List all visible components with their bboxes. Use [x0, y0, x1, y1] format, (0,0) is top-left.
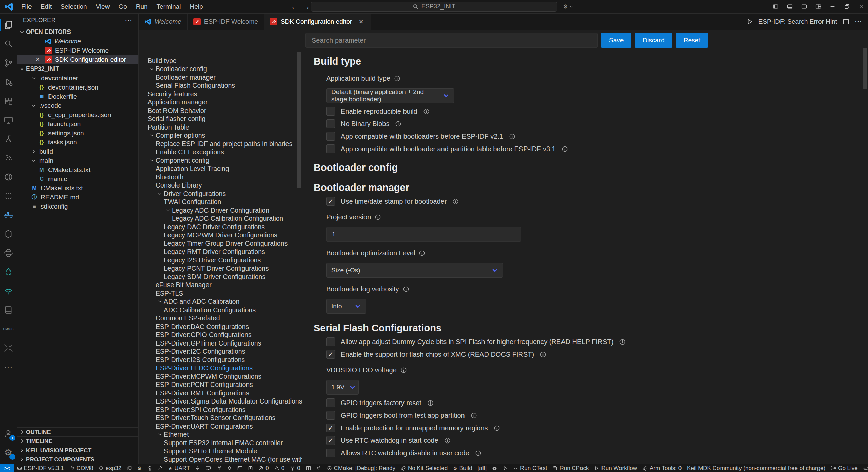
espressif-idf-icon[interactable] [0, 149, 17, 168]
file-tree-item[interactable]: {}devcontainer.json [17, 83, 138, 92]
config-tree-item[interactable]: ESP-Driver:GPTimer Configurations [139, 339, 302, 348]
file-tree-item[interactable]: ≋Dockerfile [17, 92, 138, 101]
command-center-extra[interactable]: ⚙ [563, 4, 574, 9]
serial-port[interactable]: COM8 [67, 464, 96, 472]
droplet-icon[interactable] [0, 262, 17, 281]
tree-scrollbar[interactable] [297, 52, 301, 188]
checkbox[interactable] [326, 411, 335, 420]
info-icon[interactable] [419, 250, 425, 256]
file-tree-item[interactable]: {}c_cpp_properties.json [17, 110, 138, 119]
flash-method[interactable]: ★UART [165, 464, 193, 472]
cmsis-icon[interactable]: CMSIS [0, 319, 17, 338]
config-tree-item[interactable]: ESP-Driver:RMT Configurations [139, 389, 302, 397]
checkbox[interactable] [326, 337, 335, 346]
config-tree-item[interactable]: Legacy Timer Group Driver Configurations [139, 239, 302, 248]
config-tree-item[interactable]: Legacy ADC Calibration Configuration [139, 215, 302, 223]
config-tree-item[interactable]: ESP-Driver:SPI Configurations [139, 406, 302, 414]
config-tree-item[interactable]: ESP-Driver:I2S Configurations [139, 356, 302, 364]
run-cpack[interactable]: Run CPack [550, 464, 591, 472]
sidebar-section-timeline[interactable]: TIMELINE [17, 436, 138, 446]
gamepad-icon[interactable] [861, 464, 868, 472]
file-tree-item[interactable]: {}settings.json [17, 129, 138, 138]
go-live[interactable]: Go Live [828, 464, 861, 472]
open-editors-header[interactable]: OPEN EDITORS [17, 27, 138, 37]
checkbox[interactable]: ✓ [326, 424, 335, 432]
config-tree-item[interactable]: ESP-Driver:UART Configurations [139, 422, 302, 431]
menu-view[interactable]: View [92, 1, 114, 12]
config-tree-item[interactable]: Support ESP32 internal EMAC controller [139, 439, 302, 447]
file-tree-item[interactable]: MCMakeLists.txt [17, 183, 138, 193]
info-icon[interactable] [494, 425, 500, 431]
reset-button[interactable]: Reset [676, 33, 708, 48]
run-task-label[interactable]: ESP-IDF: Search Error Hint [758, 18, 837, 25]
config-tree-item[interactable]: Legacy MCPWM Driver Configurations [139, 231, 302, 240]
file-tree-item[interactable]: {}launch.json [17, 119, 138, 129]
remote-explorer-icon[interactable] [0, 111, 17, 130]
file-tree-item[interactable]: ≡sdkconfig [17, 202, 138, 211]
config-tree-item[interactable]: ESP-Driver:MCPWM Configurations [139, 372, 302, 381]
device-target[interactable]: esp32 [96, 464, 124, 472]
info-icon[interactable] [540, 351, 546, 358]
config-tree-item[interactable]: Security features [139, 90, 302, 98]
info-icon[interactable] [394, 75, 400, 82]
plug2-icon[interactable] [314, 464, 324, 472]
remote-indicator[interactable]: >< [0, 464, 14, 472]
bug-icon[interactable] [489, 464, 500, 472]
close-editor-icon[interactable]: ✕ [33, 56, 42, 63]
checkbox[interactable]: ✓ [326, 350, 335, 359]
extensions-icon[interactable] [0, 92, 17, 111]
config-tree-item[interactable]: ADC Calibration Configurations [139, 306, 302, 314]
config-tree-item[interactable]: ESP-Driver:Touch Sensor Configurations [139, 414, 302, 422]
config-tree-item[interactable]: Common ESP-related [139, 314, 302, 323]
explorer-icon[interactable] [0, 16, 17, 35]
notebook-icon[interactable] [0, 300, 17, 319]
config-tree-item[interactable]: Legacy ADC Driver Configuration [139, 206, 302, 215]
menu-file[interactable]: File [17, 1, 36, 12]
flash-icon[interactable] [193, 464, 203, 472]
python-icon[interactable] [0, 243, 17, 262]
menu-terminal[interactable]: Terminal [152, 1, 185, 12]
tab-esp-idf-welcome[interactable]: ESP-IDF Welcome [188, 14, 264, 30]
config-tree-item[interactable]: Serial Flash Configurations [139, 82, 302, 90]
info-icon[interactable] [509, 133, 515, 140]
dev-board-icon[interactable] [0, 186, 17, 205]
run-icon[interactable] [746, 18, 753, 25]
toggle-panel-icon[interactable] [783, 0, 797, 13]
config-tree-item[interactable]: Legacy I2S Driver Configurations [139, 256, 302, 264]
info-icon[interactable] [375, 214, 381, 220]
config-tree-item[interactable]: Bluetooth [139, 173, 302, 181]
tab-sdk-configuration-editor[interactable]: SDK Configuration editor✕ [264, 14, 371, 30]
cmake-build[interactable]: ⚙Build [450, 464, 475, 472]
gear-icon[interactable]: ⚙ [135, 464, 144, 472]
sidebar-section-keil-uvision-project[interactable]: KEIL UVISION PROJECT [17, 446, 138, 455]
wrench-icon[interactable] [155, 464, 165, 472]
setting-select[interactable]: Info [326, 299, 366, 314]
keil-license[interactable]: Keil MDK Community (non-commercial free … [684, 464, 828, 472]
config-tree-item[interactable]: Partition Table [139, 123, 302, 132]
discard-button[interactable]: Discard [635, 33, 672, 48]
info-icon[interactable] [403, 286, 409, 292]
cmake-target[interactable]: [all] [475, 464, 489, 472]
info-icon[interactable] [619, 339, 626, 345]
info-icon[interactable] [452, 198, 459, 205]
save-button[interactable]: Save [601, 33, 631, 48]
split-editor-icon[interactable] [843, 18, 849, 25]
file-tree-item[interactable]: .vscode [17, 101, 138, 110]
sidebar-section-project-components[interactable]: PROJECT COMPONENTS [17, 455, 138, 464]
checkbox[interactable] [326, 398, 335, 407]
open-editor-item[interactable]: ✕SDK Configuration editor [17, 55, 138, 64]
sidebar-more-icon[interactable]: ⋯ [125, 16, 132, 24]
close-icon[interactable] [854, 0, 868, 13]
file-tree-item[interactable]: main [17, 156, 138, 165]
espidf-version[interactable]: ESP-IDF v5.3.1 [14, 464, 67, 472]
setting-select[interactable]: Size (-Os) [326, 263, 503, 278]
config-tree-item[interactable]: TWAI Configuration [139, 198, 302, 206]
arm-tools[interactable]: Arm Tools: 0 [640, 464, 684, 472]
config-tree-item[interactable]: eFuse Bit Manager [139, 281, 302, 290]
checkbox[interactable] [326, 132, 335, 141]
menu-selection[interactable]: Selection [56, 1, 91, 12]
accounts-icon[interactable]: 1 [0, 424, 17, 443]
web-globe-icon[interactable] [0, 168, 17, 186]
run-workflow[interactable]: Run Workflow [591, 464, 640, 472]
settings-scrollbar[interactable] [863, 48, 867, 89]
